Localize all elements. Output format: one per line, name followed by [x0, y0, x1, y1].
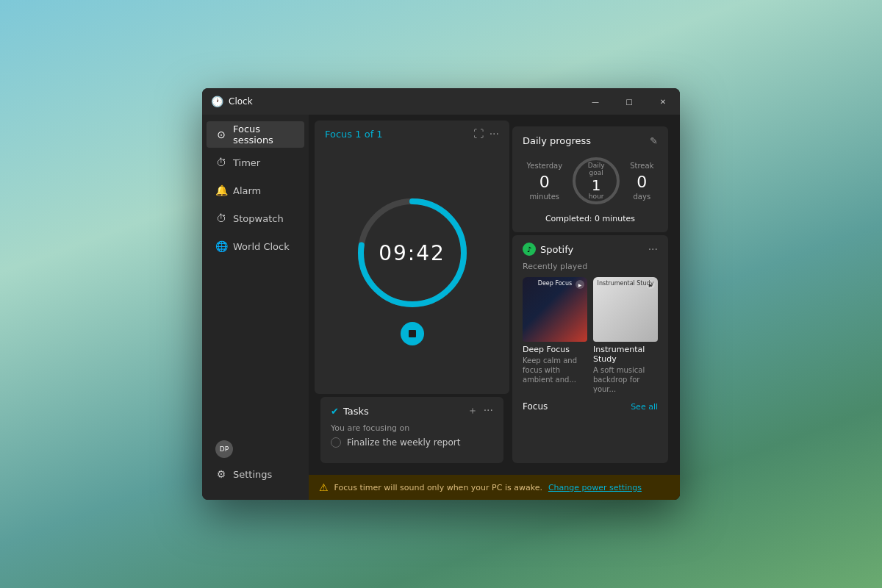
yesterday-stat: Yesterday 0 minutes: [527, 162, 563, 201]
focus-header-icons: ⛶ ···: [473, 128, 499, 140]
app-title: Clock: [229, 96, 253, 107]
daily-stats: Yesterday 0 minutes Daily goal: [523, 155, 658, 207]
deep-focus-thumb: ▶ Deep Focus: [523, 277, 587, 342]
sidebar-label-focus-sessions: Focus sessions: [233, 123, 295, 146]
focus-section-label: Focus: [523, 401, 548, 412]
stop-button[interactable]: [401, 322, 424, 345]
spotify-icon: ♪: [523, 243, 536, 256]
notification-text: Focus timer will sound only when your PC…: [334, 483, 542, 492]
sidebar-label-world-clock: World Clock: [233, 241, 290, 252]
instrumental-thumb-label: Instrumental Study: [596, 280, 655, 287]
spotify-more-icon[interactable]: ···: [648, 243, 658, 255]
notification-bar: ⚠ Focus timer will sound only when your …: [309, 475, 680, 500]
instrumental-title: Instrumental Study: [593, 345, 658, 364]
music-cards: ▶ Deep Focus Deep Focus Keep calm and fo…: [523, 277, 658, 394]
more-icon[interactable]: ···: [490, 128, 499, 140]
tasks-header: ✔ Tasks ＋ ···: [331, 404, 493, 417]
focus-panel: Focus 1 of 1 ⛶ ···: [315, 121, 509, 394]
goal-value: 1: [584, 178, 609, 193]
spotify-name: Spotify: [540, 244, 573, 255]
focus-section-header: Focus See all: [523, 401, 658, 412]
sidebar-label-stopwatch: Stopwatch: [233, 213, 284, 224]
app-icon: 🕐: [211, 96, 223, 107]
completed-text: Completed: 0 minutes: [523, 214, 658, 223]
sidebar: ⊙ Focus sessions ⏱ Timer 🔔 Alarm ⏱ Stopw…: [202, 115, 309, 500]
deep-focus-thumb-label: Deep Focus: [526, 280, 584, 287]
instrumental-desc: A soft musical backdrop for your...: [593, 365, 658, 394]
app-body: ⊙ Focus sessions ⏱ Timer 🔔 Alarm ⏱ Stopw…: [202, 115, 680, 500]
world-clock-icon: 🌐: [215, 240, 227, 252]
goal-label: Daily goal: [584, 162, 609, 176]
daily-title: Daily progress: [523, 135, 591, 146]
task-checkbox[interactable]: [331, 437, 341, 448]
tasks-check-icon: ✔: [331, 406, 339, 417]
daily-goal-text: Daily goal 1 hour: [584, 162, 609, 200]
power-settings-link[interactable]: Change power settings: [548, 483, 642, 492]
deep-focus-desc: Keep calm and focus with ambient and...: [523, 356, 587, 384]
sidebar-label-timer: Timer: [233, 157, 260, 168]
timer-area: 09:42: [315, 146, 509, 394]
stopwatch-icon: ⏱: [215, 212, 227, 224]
tasks-more-icon[interactable]: ···: [484, 404, 493, 417]
tasks-label: Tasks: [343, 406, 369, 417]
music-card-deep-focus[interactable]: ▶ Deep Focus Deep Focus Keep calm and fo…: [523, 277, 587, 394]
spotify-title-area: ♪ Spotify: [523, 243, 573, 256]
task-item: Finalize the weekly report: [331, 437, 493, 448]
sidebar-item-focus-sessions[interactable]: ⊙ Focus sessions: [207, 121, 304, 148]
main-top: Focus 1 of 1 ⛶ ···: [309, 115, 680, 475]
sidebar-item-alarm[interactable]: 🔔 Alarm: [207, 177, 304, 204]
recently-played-label: Recently played: [523, 262, 658, 271]
goal-unit: hour: [584, 193, 609, 200]
close-button[interactable]: ✕: [646, 88, 680, 115]
tasks-panel: ✔ Tasks ＋ ··· You are focusing on Finali: [320, 397, 503, 463]
daily-progress-panel: Daily progress ✎ Yesterday 0 minutes: [512, 126, 668, 232]
sidebar-label-alarm: Alarm: [233, 185, 261, 196]
sidebar-label-settings: Settings: [233, 469, 272, 480]
focus-sessions-icon: ⊙: [215, 129, 227, 140]
timer-icon: ⏱: [215, 157, 227, 168]
sidebar-item-timer[interactable]: ⏱ Timer: [207, 149, 304, 176]
minimize-button[interactable]: —: [578, 88, 612, 115]
task-label: Finalize the weekly report: [347, 437, 460, 448]
expand-icon[interactable]: ⛶: [473, 128, 484, 140]
yesterday-value: 0: [527, 173, 563, 191]
deep-focus-title: Deep Focus: [523, 345, 587, 354]
spotify-header: ♪ Spotify ···: [523, 243, 658, 256]
focus-header: Focus 1 of 1 ⛶ ···: [315, 121, 509, 146]
alarm-icon: 🔔: [215, 184, 227, 196]
streak-label: Streak: [630, 162, 653, 170]
yesterday-unit: minutes: [527, 193, 563, 201]
timer-ring: 09:42: [354, 194, 471, 312]
sidebar-item-stopwatch[interactable]: ⏱ Stopwatch: [207, 205, 304, 232]
sidebar-item-settings[interactable]: ⚙ Settings: [207, 461, 304, 487]
main-content: Focus 1 of 1 ⛶ ···: [309, 115, 680, 500]
daily-goal-ring: Daily goal 1 hour: [570, 155, 622, 207]
sidebar-item-world-clock[interactable]: 🌐 World Clock: [207, 233, 304, 259]
add-task-icon[interactable]: ＋: [467, 404, 478, 417]
right-panel: Daily progress ✎ Yesterday 0 minutes: [512, 121, 674, 469]
spotify-panel: ♪ Spotify ··· Recently played ▶ Deep Foc…: [512, 235, 668, 463]
completed-value: 0 minutes: [595, 214, 635, 223]
warning-icon: ⚠: [319, 481, 329, 493]
stop-icon: [409, 330, 416, 337]
music-card-instrumental[interactable]: ▶ Instrumental Study Instrumental Study …: [593, 277, 658, 394]
streak-stat: Streak 0 days: [630, 162, 653, 201]
streak-unit: days: [630, 193, 653, 201]
tasks-subtitle: You are focusing on: [331, 423, 493, 433]
streak-value: 0: [630, 173, 653, 191]
maximize-button[interactable]: □: [612, 88, 646, 115]
app-window: 🕐 Clock — □ ✕ ⊙ Focus sessions ⏱ Timer 🔔…: [202, 88, 680, 500]
edit-icon[interactable]: ✎: [650, 135, 658, 146]
user-avatar[interactable]: DP: [215, 440, 233, 458]
titlebar: 🕐 Clock — □ ✕: [202, 88, 680, 115]
window-controls: — □ ✕: [578, 88, 680, 115]
yesterday-label: Yesterday: [527, 162, 563, 170]
left-column: Focus 1 of 1 ⛶ ···: [315, 121, 509, 469]
focus-title: Focus 1 of 1: [325, 129, 383, 140]
settings-icon: ⚙: [215, 468, 227, 480]
sidebar-bottom: DP ⚙ Settings: [202, 431, 309, 494]
see-all-link[interactable]: See all: [631, 402, 658, 412]
tasks-actions: ＋ ···: [467, 404, 493, 417]
daily-header: Daily progress ✎: [523, 135, 658, 146]
tasks-title: ✔ Tasks: [331, 406, 369, 417]
